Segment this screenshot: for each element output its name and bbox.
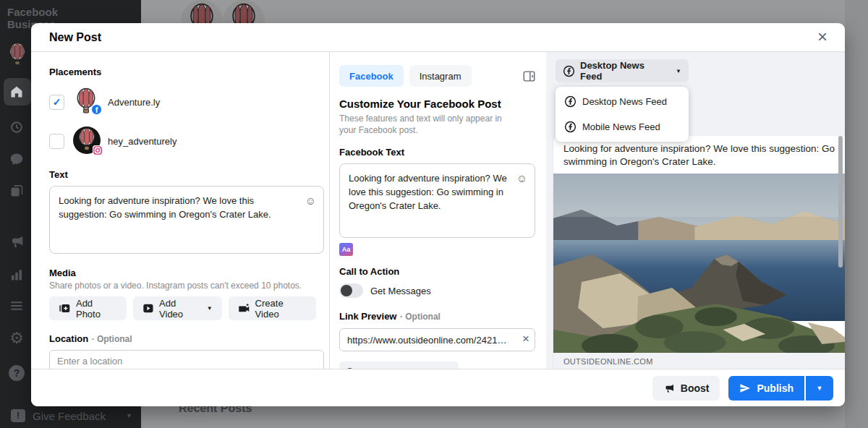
feedback-exclamation-icon: ! xyxy=(11,409,25,422)
publish-options-caret-button[interactable]: ▼ xyxy=(806,376,833,401)
preview-scrollbar[interactable] xyxy=(838,136,843,268)
location-optional-label: · Optional xyxy=(92,334,132,344)
sidebar-item-home[interactable] xyxy=(0,79,33,105)
boost-megaphone-icon xyxy=(663,382,675,394)
location-input[interactable] xyxy=(49,350,324,369)
instagram-account-name: hey_adventurely xyxy=(108,136,176,147)
placement-row-facebook: ✓ f Adventure.ly xyxy=(49,87,316,116)
menu-item-label: Mobile News Feed xyxy=(582,121,660,132)
get-messages-toggle[interactable] xyxy=(339,283,363,298)
facebook-circle-icon xyxy=(563,65,575,77)
add-photo-label: Add Photo xyxy=(76,298,117,320)
pages-icon xyxy=(9,184,24,198)
post-text-input[interactable]: Looking for adventure inspiration? We lo… xyxy=(49,186,324,254)
add-video-icon xyxy=(142,302,154,314)
tab-facebook[interactable]: Facebook xyxy=(339,65,404,87)
sidebar-item-settings[interactable]: ⚙ xyxy=(0,325,33,351)
tab-instagram[interactable]: Instagram xyxy=(409,65,472,87)
sidebar-item-help[interactable]: ? xyxy=(0,360,33,386)
customize-subtitle: These features and text will only appear… xyxy=(339,113,520,136)
collapse-panel-icon[interactable] xyxy=(523,70,535,82)
create-video-button[interactable]: Create Video xyxy=(229,296,316,320)
chat-bubble-icon xyxy=(9,152,24,166)
home-icon xyxy=(9,85,24,99)
crater-lake-photo xyxy=(553,174,845,353)
link-preview-label: Link Preview xyxy=(339,311,396,322)
media-hint: Share photos or a video. Instagram posts… xyxy=(49,281,316,291)
menu-lines-icon xyxy=(9,299,24,313)
sidebar-item-activity[interactable] xyxy=(0,114,33,140)
add-video-label: Add Video xyxy=(159,298,200,320)
publish-label: Publish xyxy=(757,382,793,394)
create-video-icon xyxy=(238,302,250,314)
placements-label: Placements xyxy=(49,67,316,77)
get-messages-label: Get Messages xyxy=(370,286,431,296)
background-scroll-area xyxy=(845,0,868,428)
caret-down-icon: ▼ xyxy=(126,412,132,419)
dialog-footer: Boost Publish ▼ xyxy=(31,369,845,406)
give-feedback-button[interactable]: ! Give Feedback ▼ xyxy=(0,406,141,425)
preview-view-selector[interactable]: Desktop News Feed ▼ xyxy=(556,59,689,82)
toggle-knob xyxy=(341,285,352,296)
avatar: f xyxy=(73,87,101,116)
compose-column: Placements ✓ f Adventure.ly xyxy=(31,52,329,369)
question-mark-icon: ? xyxy=(9,365,25,381)
gear-icon: ⚙ xyxy=(9,330,24,346)
facebook-text-value: Looking for adventure inspiration? We lo… xyxy=(349,173,507,211)
add-photo-icon xyxy=(59,302,71,314)
facebook-text-input[interactable]: Looking for adventure inspiration? We lo… xyxy=(339,163,535,238)
clear-link-icon[interactable]: × xyxy=(522,332,529,346)
create-video-label: Create Video xyxy=(255,298,307,320)
view-selector-label: Desktop News Feed xyxy=(580,60,666,82)
sidebar-item-posts[interactable] xyxy=(0,178,33,204)
emoji-picker-icon[interactable]: ☺ xyxy=(305,193,316,209)
sidebar-account-avatar[interactable] xyxy=(6,42,29,68)
media-label: Media xyxy=(49,268,316,278)
sidebar-item-more[interactable] xyxy=(0,293,33,319)
menu-item-mobile-news-feed[interactable]: Mobile News Feed xyxy=(556,114,689,140)
link-preview-optional-label: · Optional xyxy=(400,312,441,322)
instagram-placement-checkbox[interactable] xyxy=(49,134,64,149)
text-format-icon[interactable]: Aa xyxy=(339,243,353,256)
caret-down-icon: ▼ xyxy=(817,385,823,392)
boost-label: Boost xyxy=(681,382,710,394)
add-video-button[interactable]: Add Video ▼ xyxy=(133,296,221,320)
customize-column: Facebook Instagram Customize Your Facebo… xyxy=(330,52,546,369)
placement-row-instagram: hey_adventurely xyxy=(49,127,316,155)
instagram-badge-icon xyxy=(93,145,103,155)
history-clock-icon xyxy=(9,120,24,134)
preview-link-domain: OUTSIDEONLINE.COM xyxy=(553,353,845,369)
megaphone-icon xyxy=(9,234,25,249)
menu-item-label: Desktop News Feed xyxy=(582,96,667,107)
text-label: Text xyxy=(49,169,316,180)
publish-button[interactable]: Publish xyxy=(728,376,804,401)
reload-preview-button[interactable] xyxy=(339,361,459,369)
close-button[interactable]: × xyxy=(812,26,833,48)
post-preview-panel: Desktop News Feed ▼ Desktop News Feed Mo… xyxy=(546,52,845,369)
post-preview-card: Looking for adventure inspiration? We lo… xyxy=(553,136,845,369)
facebook-badge-icon: f xyxy=(91,104,102,115)
menu-item-desktop-news-feed[interactable]: Desktop News Feed xyxy=(556,89,689,114)
view-selector-menu: Desktop News Feed Mobile News Feed xyxy=(556,87,689,142)
call-to-action-label: Call to Action xyxy=(339,266,535,277)
facebook-text-label: Facebook Text xyxy=(339,147,535,158)
customize-title: Customize Your Facebook Post xyxy=(339,98,535,110)
add-photo-button[interactable]: Add Photo xyxy=(49,296,127,320)
bar-chart-icon xyxy=(9,268,24,282)
balloon-icon xyxy=(6,42,29,68)
dialog-title: New Post xyxy=(49,31,101,44)
boost-button[interactable]: Boost xyxy=(652,376,720,401)
paper-plane-icon xyxy=(739,382,751,394)
facebook-account-name: Adventure.ly xyxy=(108,97,160,108)
post-text-value: Looking for adventure inspiration? We lo… xyxy=(59,195,271,220)
sidebar-item-inbox[interactable] xyxy=(0,146,33,172)
sidebar-item-ads[interactable] xyxy=(0,228,33,254)
emoji-picker-icon[interactable]: ☺ xyxy=(516,171,527,187)
location-label: Location xyxy=(49,333,88,344)
caret-down-icon: ▼ xyxy=(676,68,681,74)
facebook-placement-checkbox[interactable]: ✓ xyxy=(49,95,64,110)
dialog-header: New Post × xyxy=(31,23,845,52)
new-post-dialog: New Post × Placements ✓ f Adventure.ly xyxy=(31,23,845,406)
sidebar-item-insights[interactable] xyxy=(0,262,33,288)
link-preview-input[interactable] xyxy=(339,328,535,351)
